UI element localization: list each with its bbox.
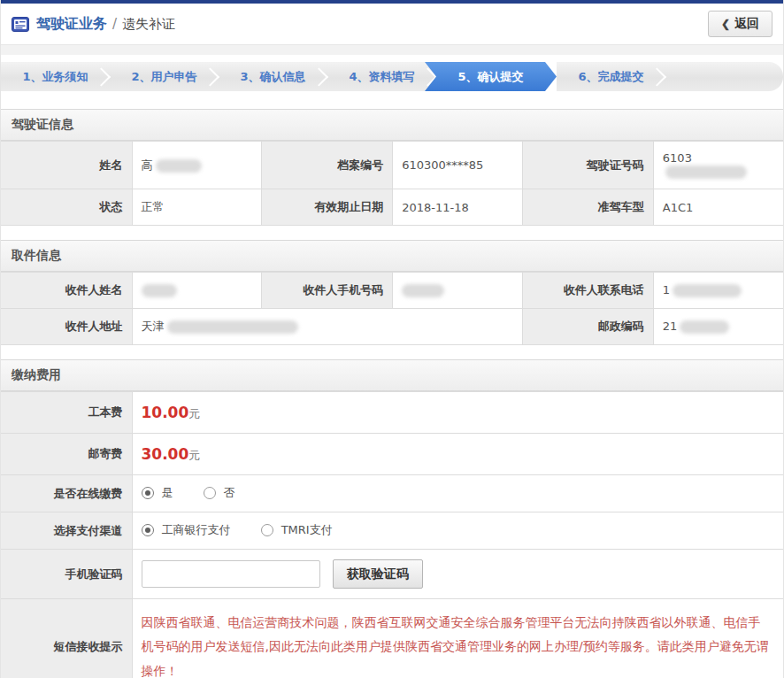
section-title-fees: 缴纳费用 (1, 359, 783, 391)
license-info-table: 姓名 高 档案编号 610300****85 驾驶证号码 6103 状态 正常 … (1, 141, 783, 226)
radio-unchecked-icon (261, 524, 273, 536)
main-content: 驾驶证信息 姓名 高 档案编号 610300****85 驾驶证号码 6103 … (1, 91, 783, 678)
radio-checked-icon (142, 524, 154, 536)
radio-unchecked-icon (204, 487, 216, 499)
redaction-blur (402, 284, 444, 297)
file-number-label: 档案编号 (262, 142, 393, 189)
breadcrumb-divider: / (112, 16, 117, 32)
sms-notice-text: 因陕西省联通、电信运营商技术问题，陕西省互联网交通安全综合服务管理平台无法向持陕… (142, 609, 775, 678)
recipient-address-value: 天津 (132, 309, 522, 345)
fees-table: 工本费 10.00元 邮寄费 30.00元 是否在线缴费 (1, 391, 783, 678)
recipient-mobile-label: 收件人手机号码 (262, 273, 393, 309)
work-fee-label: 工本费 (1, 392, 132, 434)
license-number-value: 6103 (653, 142, 783, 189)
step-3-confirm-info: 3、确认信息 (219, 62, 327, 91)
pay-channel-options: 工商银行支付 TMRI支付 (132, 512, 783, 550)
recipient-name-value (132, 273, 262, 309)
table-row: 是否在线缴费 是 否 (1, 475, 783, 512)
redaction-blur (167, 320, 298, 334)
back-chevron-icon: ❮ (721, 18, 730, 30)
post-fee-label: 邮寄费 (1, 434, 132, 475)
vehicle-type-label: 准驾车型 (522, 189, 653, 226)
postal-code-value: 21 (653, 309, 783, 345)
sms-notice-label: 短信接收提示 (1, 599, 132, 678)
online-pay-options: 是 否 (132, 475, 783, 512)
section-title-license: 驾驶证信息 (1, 109, 783, 141)
section-title-pickup: 取件信息 (1, 240, 783, 272)
back-button[interactable]: ❮ 返回 (708, 11, 772, 37)
vehicle-type-value: A1C1 (653, 189, 783, 226)
redaction-blur (673, 284, 742, 297)
header-divider-band (1, 44, 783, 55)
recipient-phone-label: 收件人联系电话 (522, 273, 653, 309)
sms-code-input[interactable] (142, 560, 320, 588)
sms-code-cell: 获取验证码 (132, 550, 783, 599)
channel-tmri-radio[interactable]: TMRI支付 (261, 522, 333, 538)
page-title: 驾驶证业务 (36, 15, 107, 34)
steps-tail (665, 62, 783, 91)
radio-checked-icon (142, 487, 154, 499)
table-row: 收件人地址 天津 邮政编码 21 (1, 309, 783, 345)
channel-icbc-radio[interactable]: 工商银行支付 (142, 522, 231, 538)
redaction-blur (142, 284, 177, 297)
work-fee-value: 10.00元 (132, 392, 783, 434)
status-value: 正常 (132, 189, 262, 226)
page-header: 驾驶证业务 / 遗失补证 ❮ 返回 (1, 4, 783, 44)
table-row: 姓名 高 档案编号 610300****85 驾驶证号码 6103 (1, 142, 783, 189)
step-2-user-declaration: 2、用户申告 (110, 62, 219, 91)
name-label: 姓名 (1, 142, 132, 189)
recipient-address-label: 收件人地址 (1, 309, 132, 345)
get-code-button[interactable]: 获取验证码 (333, 559, 423, 589)
step-5-confirm-submit-active: 5、确认提交 (425, 62, 557, 91)
recipient-name-label: 收件人姓名 (1, 273, 132, 309)
section-fees: 缴纳费用 工本费 10.00元 邮寄费 30.00元 是否在线缴费 (1, 359, 783, 678)
section-license-info: 驾驶证信息 姓名 高 档案编号 610300****85 驾驶证号码 6103 … (1, 109, 783, 226)
post-fee-value: 30.00元 (132, 434, 783, 475)
recipient-mobile-value (393, 273, 523, 309)
redaction-blur (665, 166, 747, 179)
redaction-blur (680, 320, 729, 334)
step-1-business-notes: 1、业务须知 (1, 62, 110, 91)
sms-code-label: 手机验证码 (1, 550, 132, 599)
online-pay-label: 是否在线缴费 (1, 475, 132, 512)
name-value: 高 (132, 142, 262, 189)
pickup-info-table: 收件人姓名 收件人手机号码 收件人联系电话 1 收件人地址 (1, 272, 783, 345)
step-6-finish-submit: 6、完成提交 (557, 62, 665, 91)
table-row: 状态 正常 有效期止日期 2018-11-18 准驾车型 A1C1 (1, 189, 783, 226)
page: 驾驶证业务 / 遗失补证 ❮ 返回 1、业务须知 2、用户申告 3、确认信息 4… (0, 0, 784, 678)
back-button-label: 返回 (734, 16, 759, 32)
pay-channel-label: 选择支付渠道 (1, 512, 132, 550)
expiry-value: 2018-11-18 (393, 189, 523, 226)
postal-code-label: 邮政编码 (522, 309, 653, 345)
step-4-fill-data: 4、资料填写 (327, 62, 436, 91)
table-row: 工本费 10.00元 (1, 392, 783, 434)
table-row: 手机验证码 获取验证码 (1, 550, 783, 599)
recipient-phone-value: 1 (653, 273, 783, 309)
license-service-icon (12, 17, 29, 32)
table-row: 选择支付渠道 工商银行支付 TMRI支付 (1, 512, 783, 550)
expiry-label: 有效期止日期 (262, 189, 393, 226)
section-pickup-info: 取件信息 收件人姓名 收件人手机号码 收件人联系电话 1 (1, 240, 783, 345)
redaction-blur (156, 159, 202, 173)
table-row: 邮寄费 30.00元 (1, 434, 783, 475)
sms-notice-cell: 因陕西省联通、电信运营商技术问题，陕西省互联网交通安全综合服务管理平台无法向持陕… (132, 599, 783, 678)
breadcrumb-current: 遗失补证 (122, 16, 175, 33)
license-number-label: 驾驶证号码 (522, 142, 653, 189)
file-number-value: 610300****85 (393, 142, 523, 189)
wizard-steps: 1、业务须知 2、用户申告 3、确认信息 4、资料填写 5、确认提交 6、完成提… (1, 55, 783, 91)
online-pay-no-radio[interactable]: 否 (204, 485, 235, 501)
status-label: 状态 (1, 189, 132, 226)
table-row: 短信接收提示 因陕西省联通、电信运营商技术问题，陕西省互联网交通安全综合服务管理… (1, 599, 783, 678)
table-row: 收件人姓名 收件人手机号码 收件人联系电话 1 (1, 273, 783, 309)
online-pay-yes-radio[interactable]: 是 (142, 485, 173, 501)
